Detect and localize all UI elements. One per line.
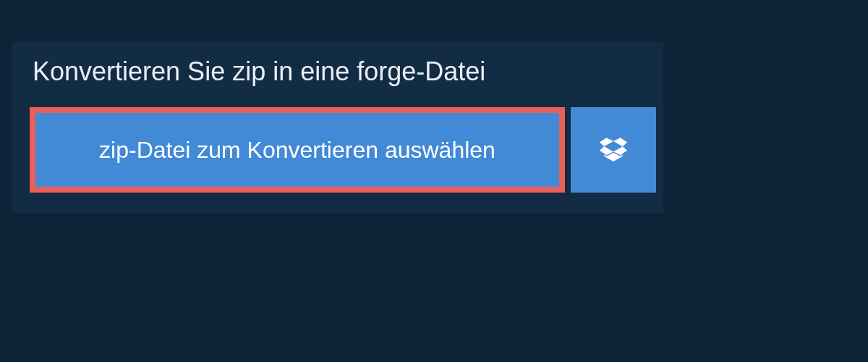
select-file-label: zip-Datei zum Konvertieren auswählen <box>99 137 495 164</box>
button-row: zip-Datei zum Konvertieren auswählen <box>12 107 663 193</box>
page-title: Konvertieren Sie zip in eine forge-Datei <box>12 42 663 107</box>
select-file-button[interactable]: zip-Datei zum Konvertieren auswählen <box>30 107 565 193</box>
converter-panel: Konvertieren Sie zip in eine forge-Datei… <box>12 42 663 213</box>
dropbox-icon <box>599 135 628 164</box>
dropbox-button[interactable] <box>571 107 656 193</box>
